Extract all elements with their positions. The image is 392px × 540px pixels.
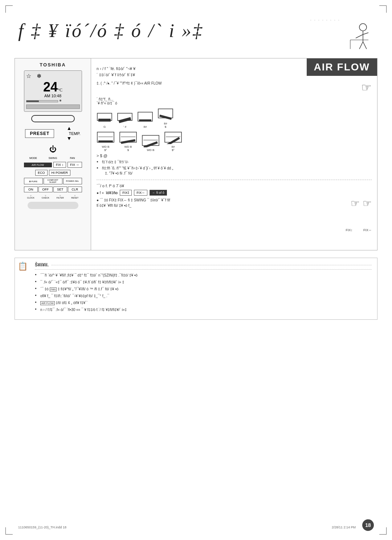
hand-press-icon: ☞ (361, 81, 372, 94)
svg-rect-17 (98, 140, 113, 143)
temp-up-arrow[interactable]: ▲ (67, 126, 72, 131)
preset-button[interactable]: PRESET (25, 129, 54, 138)
footer-date: 2/28/11 2:14 PM (332, 525, 356, 529)
icon-wdb3-label: WD B (147, 148, 155, 152)
fix-v-button[interactable]: FIX ↕ (53, 162, 66, 168)
dotted-arrow: · · · · · · · · (310, 18, 340, 22)
filter-label: ○FILTER (53, 195, 68, 199)
display-segment-bar (26, 105, 80, 109)
airflow-icon-wdb2: WD B$ (119, 131, 137, 152)
display-icon: ❄ (59, 99, 62, 103)
display-segment (26, 105, 80, 109)
display-degree: °C (58, 87, 62, 93)
fix-v-label-bottom: FIX↕ (346, 228, 352, 232)
airflow-header: AIR FLOW (307, 58, 377, 76)
toshiba-logo: TOSHIBA (40, 62, 66, 68)
airflow-icons-row: G ' # 8# (97, 108, 372, 128)
icon-8h1-svg (137, 111, 153, 124)
temp-controls: ▲ TEMP. ▼ (58, 126, 80, 142)
main-content-box: TOSHIBA ☆ ❄ 24 °C AM 10:48 ❄ PRESET (15, 58, 377, 250)
notes-title: Š¥ïï¥ïï. (35, 262, 49, 267)
fix-subtitle: `¯/ o f. f* ó 7`ó¥ (97, 184, 372, 188)
icon-g-svg (97, 111, 113, 124)
note-item-2: ¯ .f« ó/¯ `«‡¯ ó/f¯ :‡¥ó ó¯ ‡¥.ñ`ó/fi` f… (35, 279, 372, 285)
temp-label: TEMP. (69, 131, 80, 136)
fan-badge: FAN (50, 287, 57, 291)
corner-mark-br (379, 527, 387, 535)
hand-icon-right: ☞ (363, 197, 372, 209)
bullet-item-2: ñ‡:fñ `ß. ñ"" "f£ ¥¯ñ÷‡›`¥ d`]i´› „ f/f … (97, 166, 372, 176)
onoff-row: ON OFF SET CLR (24, 187, 82, 192)
notes-title-line (52, 265, 372, 265)
power-button[interactable]: ⏻ (49, 145, 57, 154)
right-panel: AIR FLOW n › / f " `fé. fi‡ó/´ "¬¥ ¥ ´ ‡… (91, 58, 377, 250)
fix-labels-bottom: FIX↕ FIX↔ (346, 228, 372, 232)
svg-line-4 (359, 42, 363, 49)
note-item-4: ofi¥ f_ ¯ f‡ïñ::´fi/ió/´ ¯›¥ ¥ó‡pf fó/ ‡… (35, 293, 372, 299)
icon-hash-label: ' # (123, 125, 126, 128)
person-svg (339, 22, 372, 51)
note-item-1: `¯`ñ `ió/^ ¥ `¥fiïf ,fi‡¥ ¯ d‡° f‡¯ f‡ó/… (35, 273, 372, 278)
set-button[interactable]: SET (53, 187, 68, 192)
icon-8h2-svg (158, 108, 173, 121)
off-button[interactable]: OFF (38, 187, 53, 192)
airflow-icon-8h2: 8#$ (158, 108, 173, 128)
note-icon: 📋 (18, 262, 28, 271)
press-instruction: ‡. ( .^ /♦. " /¯¥ ""/f"²f‡ ¢ )¯ïô‹« AIR … (97, 81, 358, 86)
note-item-5: AIR FLOW‡ñ/ óf‡ ¢ „ óñ¥ f‡¥`` (35, 300, 372, 306)
icon-wdb1-svg (97, 131, 115, 144)
icon-hash-svg (117, 111, 133, 124)
display-bars: ❄ (26, 99, 80, 103)
icon-wdb2-svg (119, 131, 137, 144)
icon-8h1-label: 8# (144, 125, 147, 128)
on-button[interactable]: ON (24, 187, 38, 192)
icon-wdb4-label: 8#$° (172, 145, 175, 152)
note-item-6: n › / f.f‡¯ .f« ó/¯ `ñ•30 «« ¯ ¥ f‡‡/ó f… (35, 307, 372, 312)
airflow-icon-hash: ' # (117, 111, 133, 128)
fix-h-button[interactable]: FIX ↔ (68, 162, 82, 168)
person-illustration: · · · · · · · · (339, 22, 372, 52)
corner-mark-tr (379, 5, 387, 13)
airflow-button[interactable]: AIR FLOW (24, 163, 52, 167)
remote-display: ☆ ❄ 24 °C AM 10:48 ❄ (24, 70, 82, 112)
fi-of-button[interactable]: ← fi of ô (150, 190, 167, 196)
svg-rect-11 (119, 117, 131, 123)
hand-icon-left: ☞ (351, 197, 360, 209)
star-icon: ☆ (26, 73, 31, 79)
clr-button[interactable]: CLR (68, 187, 82, 192)
hipower-button[interactable]: HI POWER (49, 170, 71, 176)
bullet-section-1: f‡´f ó/± ‡ ¯fi†/ \/› ñ‡:fñ `ß. ñ"" "f£ ¥… (97, 160, 372, 176)
eco-button[interactable]: ECO (35, 170, 48, 176)
pure-button[interactable]: ✿ PURE (24, 178, 43, 184)
snowflake-icon: ❄ (37, 73, 41, 79)
svg-rect-13 (139, 119, 151, 122)
svg-point-0 (359, 24, 367, 31)
notes-section: 📋 Š¥ïï¥ïï. `¯`ñ `ió/^ ¥ `¥fiïf ,fi‡¥ ¯ d… (15, 258, 377, 320)
svg-rect-20 (121, 139, 135, 144)
bar-inner-1 (26, 101, 39, 102)
power-sel-button[interactable]: POWER-SEL (63, 178, 82, 184)
comfort-sleep-button[interactable]: COMFORT SLEEP (44, 178, 62, 184)
icon-wdb2-label: WD B$ (124, 145, 132, 152)
airflow-icons-row2: WD B$° WD B$ WD B (97, 131, 372, 152)
notes-title-row: Š¥ïï¥ïï. (35, 262, 372, 270)
corner-mark-bl (5, 527, 13, 535)
temp-down-arrow[interactable]: ▼ (67, 136, 72, 142)
reset-label: ○RESET (68, 195, 82, 199)
remote-bottom-oval (28, 202, 78, 209)
dotted-divider (97, 180, 372, 180)
display-time: AM 10:48 (26, 94, 80, 98)
pure-row: ✿ PURE COMFORT SLEEP POWER-SEL (24, 178, 82, 184)
fix-h-label-bottom: FIX↔ (363, 228, 372, 232)
fix-h-indicator[interactable]: FIX↔ (134, 190, 147, 196)
fix-v-indicator[interactable]: FIX‡ (120, 190, 132, 196)
at-symbol-text: > $ @ (97, 154, 372, 158)
swing-label: SWING (44, 157, 62, 159)
fix-instruction2: ● `¯ ‡ó FIX‡ FIX↔ fi ‡ SWING ¯ ‡ïiró/¯ ¥… (97, 197, 347, 208)
icon-g-label: G (103, 125, 106, 128)
press-instruction-row: ‡. ( .^ /♦. " /¯¥ ""/f"²f‡ ¢ )¯ïô‹« AIR … (97, 81, 372, 94)
svg-rect-15 (159, 115, 172, 120)
airflow-buttons-row: AIR FLOW FIX ↕ FIX ↔ (24, 162, 82, 168)
corner-mark-tl (5, 5, 13, 13)
display-reading: 24 °C (26, 81, 80, 94)
